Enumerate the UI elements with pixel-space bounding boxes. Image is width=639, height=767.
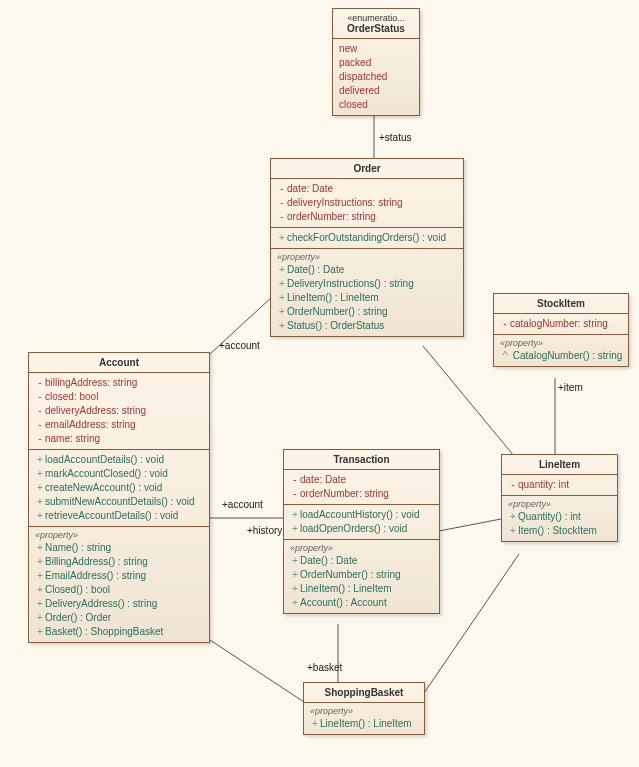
class-title: LineItem xyxy=(502,455,617,475)
property-section: «property» +Date() : Date +OrderNumber()… xyxy=(284,540,439,613)
attributes-section: -date: Date -orderNumber: string xyxy=(284,470,439,505)
property-section: «property» +LineItem() : LineItem xyxy=(304,703,424,734)
class-title: Order xyxy=(271,159,463,179)
class-stockitem[interactable]: StockItem -catalogNumber: string «proper… xyxy=(493,293,629,367)
class-title: Account xyxy=(29,353,209,373)
operations-section: +loadAccountDetails() : void +markAccoun… xyxy=(29,450,209,527)
attributes-section: -catalogNumber: string xyxy=(494,314,628,335)
attributes-section: -quantity: int xyxy=(502,475,617,496)
literals-section: new packed dispatched delivered closed xyxy=(333,39,419,115)
role-account-txn: +account xyxy=(222,499,263,510)
operations-section: +checkForOutstandingOrders() : void xyxy=(271,228,463,249)
class-lineitem[interactable]: LineItem -quantity: int «property» +Quan… xyxy=(501,454,618,542)
class-title: Transaction xyxy=(284,450,439,470)
role-item: +item xyxy=(558,382,583,393)
class-account[interactable]: Account -billingAddress: string -closed:… xyxy=(28,352,210,643)
class-transaction[interactable]: Transaction -date: Date -orderNumber: st… xyxy=(283,449,440,614)
role-basket: +basket xyxy=(307,662,342,673)
role-account-order: +account xyxy=(219,340,260,351)
attributes-section: -date: Date -deliveryInstructions: strin… xyxy=(271,179,463,228)
property-section: «property» +Name() : string +BillingAddr… xyxy=(29,527,209,642)
class-shoppingbasket[interactable]: ShoppingBasket «property» +LineItem() : … xyxy=(303,682,425,735)
class-title: StockItem xyxy=(494,294,628,314)
svg-line-6 xyxy=(210,640,304,702)
property-section: «property» +Date() : Date +DeliveryInstr… xyxy=(271,249,463,336)
operations-section: +loadAccountHistory() : void +loadOpenOr… xyxy=(284,505,439,540)
class-orderstatus[interactable]: «enumeratio... OrderStatus new packed di… xyxy=(332,8,420,116)
class-order[interactable]: Order -date: Date -deliveryInstructions:… xyxy=(270,158,464,337)
attributes-section: -billingAddress: string -closed: bool -d… xyxy=(29,373,209,450)
svg-line-5 xyxy=(439,519,501,531)
property-section: «property» ^ CatalogNumber() : string xyxy=(494,335,628,366)
class-title: ShoppingBasket xyxy=(304,683,424,703)
class-title: «enumeratio... OrderStatus xyxy=(333,9,419,39)
role-status: +status xyxy=(379,132,412,143)
property-section: «property» +Quantity() : int +Item() : S… xyxy=(502,496,617,541)
role-history: +history xyxy=(247,525,282,536)
